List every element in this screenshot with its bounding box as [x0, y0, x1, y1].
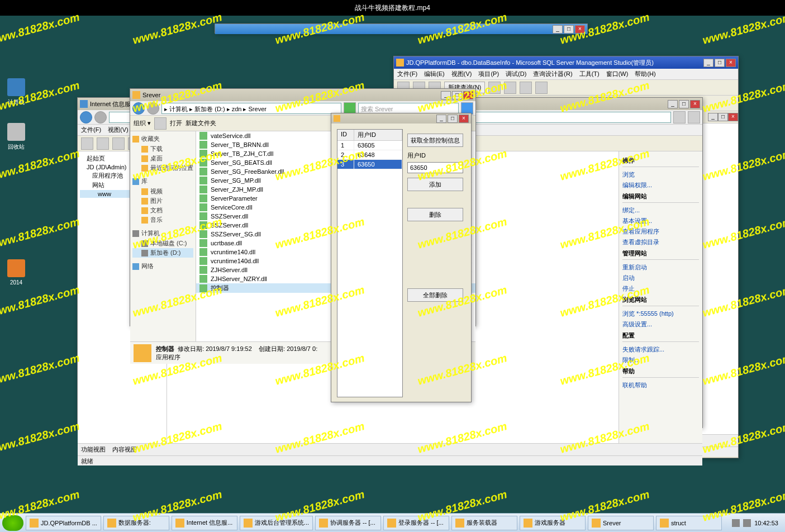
action-start[interactable]: 启动: [622, 273, 699, 283]
nav-downloads[interactable]: 下载: [132, 144, 193, 154]
doc-minimize[interactable]: _: [708, 113, 718, 121]
action-stop[interactable]: 停止: [622, 283, 699, 294]
action-restart[interactable]: 重新启动: [622, 262, 699, 273]
grid-row[interactable]: 263648: [337, 150, 402, 160]
nav-drive-d[interactable]: 新加卷 (D:): [132, 248, 193, 258]
maximize-button[interactable]: □: [715, 59, 725, 67]
ssms-menubar[interactable]: 文件(F) 编辑(E) 视图(V) 项目(P) 调试(D) 查询设计器(R) 工…: [394, 69, 738, 80]
doc-close[interactable]: ×: [728, 113, 738, 121]
minimize-button[interactable]: _: [553, 25, 563, 34]
action-failedreq[interactable]: 失败请求跟踪...: [622, 344, 699, 355]
close-button[interactable]: ×: [726, 59, 736, 67]
menu-file[interactable]: 文件(F): [397, 70, 417, 78]
stop-button[interactable]: [688, 111, 700, 124]
controller-dialog[interactable]: _ □ × ID 用户ID 163605 263648 363650 获取全部控…: [331, 113, 472, 402]
fetch-all-button[interactable]: 获取全部控制信息: [407, 134, 463, 147]
menu-view[interactable]: 视图(V): [108, 126, 129, 134]
doc-maximize[interactable]: □: [718, 113, 728, 121]
taskbar-item[interactable]: Internet 信息服...: [172, 516, 237, 530]
taskbar-item[interactable]: 游戏后台管理系统...: [240, 516, 313, 530]
tool-button[interactable]: [535, 82, 548, 94]
dialog-titlebar[interactable]: _ □ ×: [331, 113, 471, 124]
tool-button[interactable]: [504, 82, 516, 94]
taskbar[interactable]: JD.QPPlatformDB ...数据服务器:Internet 信息服...…: [0, 513, 785, 532]
forward-button[interactable]: [147, 102, 159, 115]
action-basic-settings[interactable]: 基本设置...: [622, 216, 699, 226]
action-edit-permissions[interactable]: 编辑权限...: [622, 180, 699, 191]
tool-button[interactable]: [81, 137, 93, 150]
delete-all-button[interactable]: 全部删除: [407, 288, 463, 302]
ssms-titlebar[interactable]: JD.QPPlatformDB - dbo.DataBaseInfo - Mic…: [394, 56, 738, 69]
tool-button[interactable]: [112, 137, 125, 150]
close-button[interactable]: ×: [690, 100, 700, 108]
maximize-button[interactable]: □: [448, 115, 458, 123]
nav-network[interactable]: 网络: [141, 262, 154, 270]
taskbar-item[interactable]: 协调服务器 -- [...: [315, 516, 381, 530]
userid-input[interactable]: [407, 162, 463, 173]
nav-documents[interactable]: 文档: [132, 206, 193, 215]
nav-music[interactable]: 音乐: [132, 215, 193, 225]
nav-computer[interactable]: 计算机: [141, 229, 160, 238]
menu-view[interactable]: 视图(V): [451, 70, 472, 78]
menu-help[interactable]: 帮助(H): [635, 70, 655, 78]
breadcrumb[interactable]: ▸ 计算机 ▸ 新加卷 (D:) ▸ zdn ▸ Srever: [161, 103, 341, 114]
grid-row-selected[interactable]: 363650: [337, 160, 402, 169]
explorer-nav-pane[interactable]: 收藏夹 下载 桌面 最近访问的位置 库 视频 图片 文档 音乐 计算机 本地磁盘…: [130, 131, 196, 341]
search-input[interactable]: 搜索 Srever: [358, 103, 459, 114]
taskbar-item[interactable]: JD.QPPlatformDB ...: [26, 516, 101, 530]
menu-query-designer[interactable]: 查询设计器(R): [533, 70, 572, 78]
nav-videos[interactable]: 视频: [132, 187, 193, 196]
nav-pictures[interactable]: 图片: [132, 196, 193, 206]
action-view-vdirs[interactable]: 查看虚拟目录: [622, 237, 699, 248]
tool-button[interactable]: [97, 137, 109, 150]
desktop-icon-computer[interactable]: 计算机: [2, 78, 30, 106]
nav-libraries[interactable]: 库: [141, 177, 148, 186]
minimize-button[interactable]: _: [668, 100, 678, 108]
menu-window[interactable]: 窗口(W): [606, 70, 629, 78]
menu-edit[interactable]: 编辑(E): [424, 70, 445, 78]
action-bindings[interactable]: 绑定...: [622, 205, 699, 216]
action-online-help[interactable]: 联机帮助: [622, 380, 699, 391]
action-limits[interactable]: 限制...: [622, 355, 699, 365]
taskbar-item[interactable]: 登录服务器 -- [...: [383, 516, 449, 530]
add-button[interactable]: 添加: [407, 178, 463, 191]
back-button[interactable]: [132, 102, 145, 115]
tool-button[interactable]: [488, 82, 501, 94]
forward-button[interactable]: [94, 111, 107, 124]
close-button[interactable]: ×: [463, 91, 473, 99]
action-browse-site[interactable]: 浏览 *:55555 (http): [622, 308, 699, 319]
tray-icon[interactable]: [743, 519, 751, 527]
delete-button[interactable]: 删除: [407, 208, 463, 221]
grid-row[interactable]: 163605: [337, 141, 402, 150]
minimize-button[interactable]: _: [441, 91, 451, 99]
open-button[interactable]: 打开: [170, 119, 182, 127]
menu-project[interactable]: 项目(P): [478, 70, 499, 78]
nav-desktop[interactable]: 桌面: [132, 154, 193, 163]
system-tray[interactable]: 10:42:53: [732, 519, 783, 527]
grid-header-userid[interactable]: 用户ID: [354, 130, 402, 140]
menu-debug[interactable]: 调试(D): [506, 70, 526, 78]
taskbar-item[interactable]: 游戏服务器: [520, 516, 586, 530]
tab-features-view[interactable]: 功能视图: [81, 445, 106, 454]
explorer-titlebar[interactable]: Srever _ □ ×: [130, 89, 475, 101]
action-advanced[interactable]: 高级设置...: [622, 319, 699, 330]
maximize-button[interactable]: □: [679, 100, 689, 108]
nav-recent[interactable]: 最近访问的位置: [132, 163, 193, 173]
taskbar-item[interactable]: Srever: [588, 516, 654, 530]
nav-drive-c[interactable]: 本地磁盘 (C:): [132, 239, 193, 248]
tray-icon[interactable]: [732, 519, 740, 527]
grid-header-id[interactable]: ID: [337, 130, 354, 140]
tool-button[interactable]: [154, 117, 166, 130]
close-button[interactable]: ×: [575, 25, 585, 34]
clock[interactable]: 10:42:53: [754, 520, 778, 526]
maximize-button[interactable]: □: [564, 25, 574, 34]
refresh-button[interactable]: [673, 111, 686, 124]
tab-content-view[interactable]: 内容视图: [112, 445, 137, 454]
tool-button[interactable]: [520, 82, 532, 94]
action-browse[interactable]: 浏览: [622, 169, 699, 180]
taskbar-item[interactable]: 服务装载器: [451, 516, 517, 530]
iis-view-tabs[interactable]: 功能视图 内容视图: [78, 443, 702, 455]
back-button[interactable]: [80, 111, 92, 124]
close-button[interactable]: ×: [459, 115, 469, 123]
action-view-apps[interactable]: 查看应用程序: [622, 226, 699, 237]
